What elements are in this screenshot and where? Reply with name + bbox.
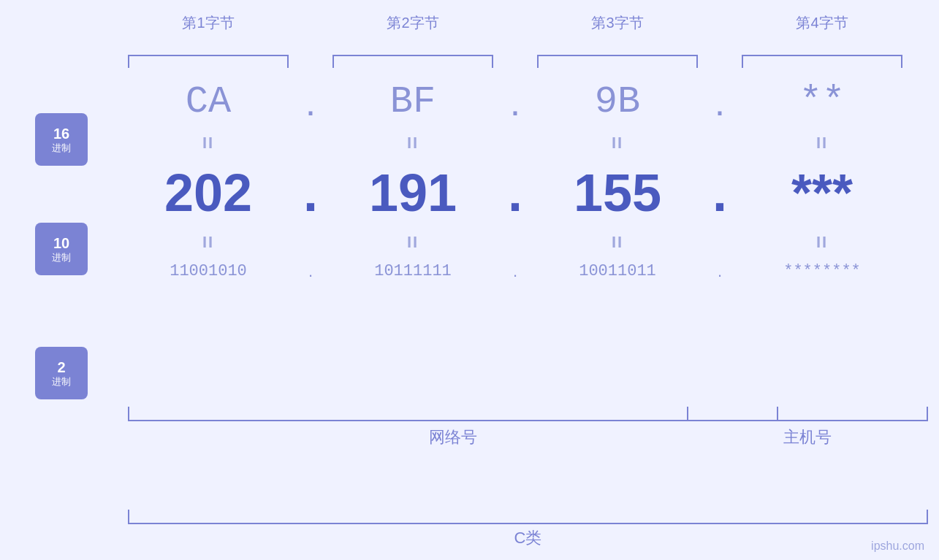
host-label: 主机号 bbox=[687, 426, 928, 448]
class-bracket-area: C类 bbox=[128, 510, 928, 549]
network-label: 网络号 bbox=[128, 426, 778, 448]
hex-label: 16 进制 bbox=[35, 113, 88, 166]
bin-val-2: 10111111 bbox=[374, 255, 452, 288]
bin-label-top: 2 bbox=[57, 358, 65, 376]
dec-label-bottom: 进制 bbox=[52, 252, 71, 264]
eq-1-4: II bbox=[816, 131, 828, 156]
dec-val-2: 191 bbox=[369, 156, 457, 230]
bin-val-4: ******** bbox=[783, 255, 861, 288]
eq-2-2: II bbox=[407, 230, 419, 255]
hex-label-bottom: 进制 bbox=[52, 142, 71, 154]
dec-label-top: 10 bbox=[53, 234, 69, 252]
main-container: 16 进制 10 进制 2 进制 第1字节 第2字节 第3字节 第4字节 CA … bbox=[0, 0, 939, 560]
dec-dot-3: . bbox=[712, 163, 727, 223]
hex-val-1: CA bbox=[186, 73, 231, 131]
dec-label: 10 进制 bbox=[35, 223, 88, 275]
col-header-4: 第4字节 bbox=[742, 13, 902, 33]
bin-val-3: 10011011 bbox=[579, 255, 656, 288]
bracket-byte4 bbox=[742, 55, 902, 68]
network-bracket bbox=[128, 407, 778, 421]
bracket-byte3 bbox=[537, 55, 698, 68]
col-headers-row: 第1字节 第2字节 第3字节 第4字节 bbox=[128, 13, 928, 33]
col-header-1: 第1字节 bbox=[128, 13, 289, 33]
bin-label-bottom: 进制 bbox=[52, 376, 71, 388]
dec-val-4: *** bbox=[791, 156, 853, 230]
bracket-byte2 bbox=[332, 55, 493, 68]
eq-1-3: II bbox=[612, 131, 623, 156]
dec-dot-1: . bbox=[303, 163, 318, 223]
dec-dot-2: . bbox=[508, 163, 522, 223]
dot-2: . bbox=[510, 80, 520, 124]
dec-val-1: 202 bbox=[164, 156, 252, 230]
eq-2-1: II bbox=[202, 230, 214, 255]
eq-2-4: II bbox=[816, 230, 828, 255]
bin-dot-2: . bbox=[513, 262, 517, 281]
class-bracket-line bbox=[128, 510, 928, 524]
eq-1-1: II bbox=[202, 131, 214, 156]
host-bracket bbox=[687, 407, 928, 421]
bin-val-1: 11001010 bbox=[170, 255, 247, 288]
eq-2-3: II bbox=[612, 230, 623, 255]
bin-label: 2 进制 bbox=[35, 347, 88, 399]
watermark: ipshu.com bbox=[871, 540, 924, 553]
hex-val-2: BF bbox=[390, 73, 436, 131]
col-header-3: 第3字节 bbox=[537, 13, 698, 33]
values-grid: CA . BF . 9B . ** II II II II 202 . 191 … bbox=[128, 73, 928, 288]
col-header-2: 第2字节 bbox=[332, 13, 493, 33]
hex-val-3: 9B bbox=[595, 73, 640, 131]
hex-label-top: 16 bbox=[53, 125, 69, 142]
dot-3: . bbox=[715, 80, 725, 124]
bin-dot-3: . bbox=[718, 262, 722, 281]
hex-val-4: ** bbox=[799, 73, 845, 131]
dot-1: . bbox=[305, 80, 316, 124]
bin-dot-1: . bbox=[308, 262, 313, 281]
eq-1-2: II bbox=[407, 131, 419, 156]
class-label: C类 bbox=[128, 527, 928, 549]
top-brackets bbox=[128, 55, 928, 71]
dec-val-3: 155 bbox=[574, 156, 661, 230]
bracket-byte1 bbox=[128, 55, 289, 68]
